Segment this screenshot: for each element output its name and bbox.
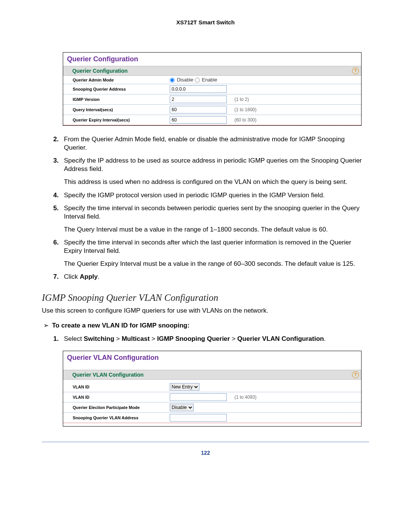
panel2-title: Querier VLAN Configuration	[63, 351, 361, 364]
nav-igmp: IGMP Snooping Querier	[157, 335, 230, 342]
expiry-input[interactable]	[170, 116, 227, 124]
admin-mode-label: Querier Admin Mode	[73, 78, 170, 82]
nav-switching: Switching	[84, 335, 114, 342]
help-icon[interactable]: ?	[352, 371, 359, 378]
vlan2-label: VLAN ID	[73, 395, 170, 399]
help-icon[interactable]: ?	[352, 67, 359, 74]
row-snoop-addr: Snooping Querier Address	[63, 84, 361, 94]
grip-icon	[66, 70, 69, 73]
vlan1-label: VLAN ID	[73, 385, 170, 389]
snoop-addr-input[interactable]	[170, 85, 227, 93]
gt-icon: >	[116, 335, 120, 342]
igmp-ver-label: IGMP Version	[73, 97, 170, 102]
apply-word: Apply	[80, 273, 98, 280]
row-admin-mode: Querier Admin Mode Disable Enable	[63, 76, 361, 84]
expiry-label: Querier Expiry Interval(secs)	[73, 118, 170, 122]
step-num: 1.	[53, 335, 59, 343]
nav-multicast: Multicast	[122, 335, 150, 342]
expiry-hint: (60 to 300)	[234, 117, 256, 123]
query-int-input[interactable]	[170, 106, 227, 113]
step-6: 6. Specify the time interval in seconds …	[53, 238, 369, 268]
radio-disable[interactable]: Disable	[170, 77, 193, 83]
step-5: 5. Specify the time interval in seconds …	[53, 204, 369, 234]
page-number: 122	[42, 450, 369, 456]
step-note: The Querier Expiry Interval must be a va…	[64, 260, 369, 268]
radio-enable[interactable]: Enable	[195, 77, 217, 83]
step-3: 3. Specify the IP address to be used as …	[53, 157, 369, 186]
section-intro: Use this screen to configure IGMP querie…	[42, 307, 369, 315]
step-text-c: .	[98, 273, 100, 280]
panel1-title: Querier Configuration	[63, 53, 361, 66]
query-int-label: Query Interval(secs)	[73, 107, 170, 112]
row-igmp-version: IGMP Version (1 to 2)	[63, 94, 361, 105]
igmp-ver-input[interactable]	[170, 96, 227, 103]
row-vlan-id-input: VLAN ID (1 to 4093)	[63, 392, 361, 403]
step-text: Specify the IP address to be used as sou…	[64, 157, 362, 173]
step-text: From the Querier Admin Mode field, enabl…	[64, 136, 345, 151]
snoop-addr-label: Snooping Querier Address	[73, 87, 170, 91]
enable-text: Enable	[202, 77, 217, 83]
row-election-mode: Querier Election Participate Mode Disabl…	[63, 403, 361, 413]
panel2-subhead: Querier VLAN Configuration ?	[63, 370, 361, 380]
step-text: Specify the time interval in seconds aft…	[64, 239, 351, 254]
step-1b: 1. Select Switching > Multicast > IGMP S…	[53, 335, 369, 343]
doc-header: XS712T Smart Switch	[42, 19, 369, 26]
vlan-id-select[interactable]: New Entry	[170, 383, 199, 391]
grip-icon	[66, 374, 69, 377]
gt-icon: >	[151, 335, 155, 342]
step-num: 6.	[53, 238, 59, 247]
row-snoop-vlan-addr: Snooping Querier VLAN Address	[63, 413, 361, 423]
procedure-heading: ➢ To create a new VLAN ID for IGMP snoop…	[42, 321, 369, 329]
panel1-subtitle: Querier Configuration	[72, 68, 127, 74]
vlan2-hint: (1 to 4093)	[234, 395, 256, 400]
section-heading: IGMP Snooping Querier VLAN Configuration	[42, 292, 369, 303]
step-note: The Query Interval must be a value in th…	[64, 225, 369, 234]
step-text-a: Click	[64, 273, 80, 280]
igmp-ver-hint: (1 to 2)	[234, 97, 249, 102]
step-num: 7.	[53, 273, 59, 281]
snoop-vlan-addr-input[interactable]	[170, 414, 227, 422]
step-text: Specify the time interval in seconds bet…	[64, 204, 360, 220]
mode-label: Querier Election Participate Mode	[73, 405, 170, 410]
vlan-id-input[interactable]	[170, 393, 227, 401]
disable-text: Disable	[177, 77, 193, 83]
step-num: 3.	[53, 157, 59, 165]
step-num: 5.	[53, 204, 59, 212]
step-num: 2.	[53, 135, 59, 144]
query-int-hint: (1 to 1800)	[234, 107, 256, 112]
election-mode-select[interactable]: Disable	[170, 404, 194, 411]
step-4: 4. Specify the IGMP protocol version use…	[53, 191, 369, 200]
step-2: 2. From the Querier Admin Mode field, en…	[53, 135, 369, 152]
arrow-icon: ➢	[42, 321, 50, 329]
footer-divider	[42, 442, 369, 442]
addr-label: Snooping Querier VLAN Address	[73, 415, 170, 420]
panel1-subhead: Querier Configuration ?	[63, 66, 361, 76]
step-7: 7. Click Apply.	[53, 273, 369, 281]
steps-list-1: 2. From the Querier Admin Mode field, en…	[53, 135, 369, 281]
row-query-interval: Query Interval(secs) (1 to 1800)	[63, 105, 361, 115]
step-note: This address is used when no address is …	[64, 178, 369, 186]
querier-vlan-panel: Querier VLAN Configuration Querier VLAN …	[63, 351, 362, 427]
panel2-subtitle: Querier VLAN Configuration	[72, 372, 143, 378]
step-num: 4.	[53, 191, 59, 200]
procedure-text: To create a new VLAN ID for IGMP snoopin…	[52, 322, 190, 329]
step-text: Specify the IGMP protocol version used i…	[64, 192, 325, 199]
steps-list-2: 1. Select Switching > Multicast > IGMP S…	[53, 335, 369, 343]
row-expiry-interval: Querier Expiry Interval(secs) (60 to 300…	[63, 115, 361, 125]
nav-qvlan: Querier VLAN Configuration	[237, 335, 324, 342]
row-vlan-id-select: VLAN ID New Entry	[63, 382, 361, 392]
step-text: Select	[64, 335, 84, 342]
querier-config-panel: Querier Configuration Querier Configurat…	[63, 52, 362, 126]
gt-icon: >	[232, 335, 236, 342]
